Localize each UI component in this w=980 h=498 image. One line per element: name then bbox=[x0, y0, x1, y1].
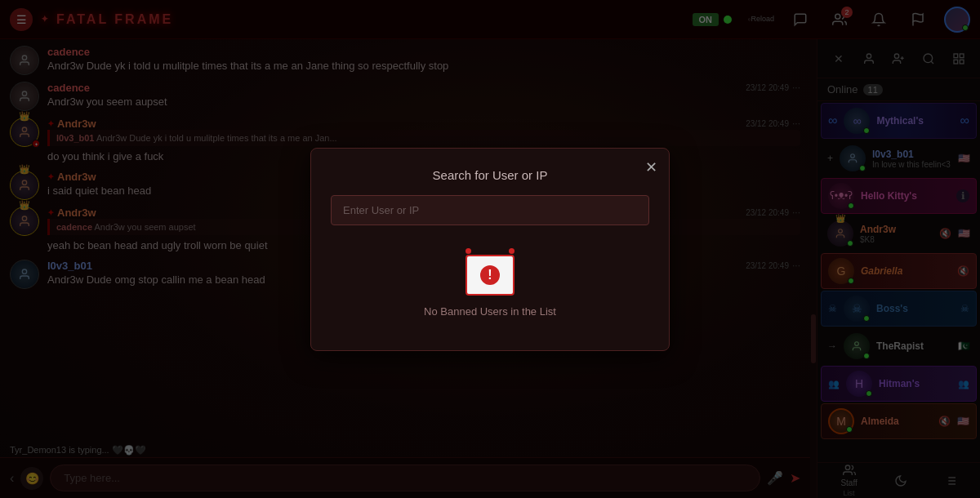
modal-empty-text: No Banned Users in the List bbox=[424, 305, 556, 318]
search-user-modal: ✕ Search for User or IP ! No Banned User… bbox=[310, 148, 670, 351]
error-dot-right bbox=[509, 248, 514, 254]
modal-title: Search for User or IP bbox=[331, 168, 649, 182]
app-container: ☰ ✦ Fatal Frame ON Reload bbox=[0, 0, 980, 498]
error-dot-left bbox=[466, 248, 471, 254]
modal-close-button[interactable]: ✕ bbox=[645, 158, 657, 176]
error-icon-container: ! bbox=[466, 255, 514, 296]
error-dots bbox=[466, 248, 514, 254]
error-circle-icon: ! bbox=[480, 265, 500, 285]
error-icon-box: ! bbox=[466, 255, 514, 296]
modal-empty-state: ! No Banned Users in the List bbox=[331, 242, 649, 331]
modal-search-input[interactable] bbox=[331, 195, 649, 225]
modal-overlay[interactable]: ✕ Search for User or IP ! No Banned User… bbox=[0, 0, 980, 498]
